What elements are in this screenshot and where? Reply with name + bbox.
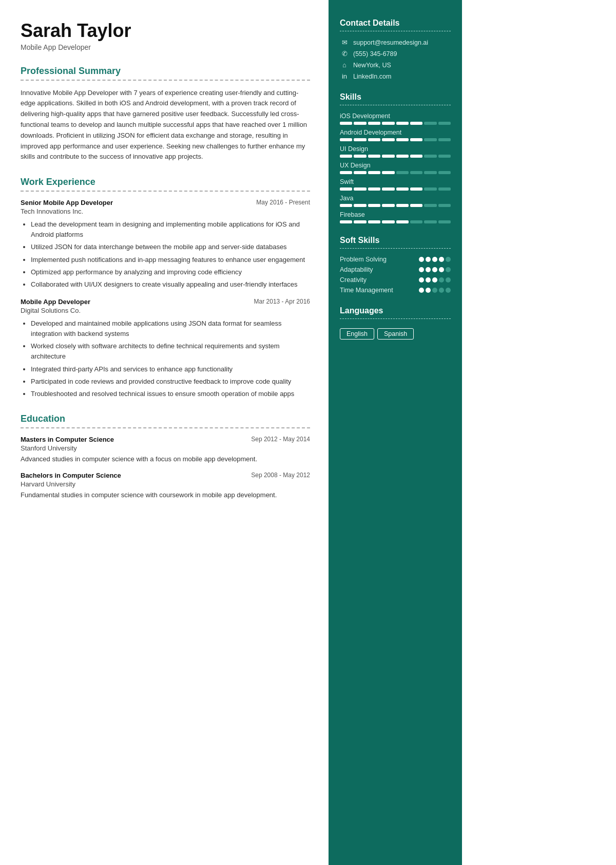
list-item: Integrated third-party APIs and services… <box>31 364 310 374</box>
skill-item: iOS Development <box>340 112 451 125</box>
person-title: Mobile App Developer <box>21 43 310 51</box>
job-bullets: Lead the development team in designing a… <box>21 219 310 290</box>
skill-item: Java <box>340 195 451 207</box>
skill-bar-segment <box>368 155 380 158</box>
skill-bar <box>340 187 451 191</box>
skill-bar-segment <box>396 220 409 223</box>
skill-name: Swift <box>340 178 451 185</box>
languages-container: EnglishSpanish <box>340 326 451 340</box>
contact-text: support@resumedesign.ai <box>353 39 428 46</box>
contact-text: LinkedIn.com <box>353 73 391 80</box>
soft-skill-dot <box>419 277 424 283</box>
soft-skill-dot <box>419 267 424 272</box>
skill-bar-segment <box>424 220 436 223</box>
job-item: Senior Mobile App Developer May 2016 - P… <box>21 199 310 290</box>
skills-divider <box>340 105 451 105</box>
languages-section: Languages EnglishSpanish <box>340 306 451 340</box>
contact-text: NewYork, US <box>353 62 391 69</box>
skill-name: Firebase <box>340 211 451 218</box>
edu-item: Bachelors in Computer Science Sep 2008 -… <box>21 472 310 500</box>
summary-heading: Professional Summary <box>21 66 310 77</box>
soft-skill-item: Creativity <box>340 276 451 284</box>
language-badge: English <box>340 328 374 340</box>
skill-bar-segment <box>340 204 352 207</box>
job-title-text: Senior Mobile App Developer <box>21 199 113 206</box>
skill-bar-segment <box>410 155 422 158</box>
skill-bar-segment <box>340 122 352 125</box>
skill-bar-segment <box>438 122 451 125</box>
edu-date: Sep 2012 - May 2014 <box>251 436 310 443</box>
skill-bar-segment <box>382 187 394 191</box>
dots-container <box>419 257 451 262</box>
skill-bar-segment <box>438 187 451 191</box>
soft-skill-dot <box>419 257 424 262</box>
contact-icon: ✉ <box>340 39 349 46</box>
skill-bar-segment <box>438 155 451 158</box>
skill-bar-segment <box>410 220 422 223</box>
dots-container <box>419 288 451 293</box>
skill-bar-segment <box>368 187 380 191</box>
job-company: Digital Solutions Co. <box>21 307 310 314</box>
education-heading: Education <box>21 413 310 424</box>
edu-desc: Fundamental studies in computer science … <box>21 490 310 500</box>
contact-icon: in <box>340 72 349 80</box>
contact-item: ⌂ NewYork, US <box>340 61 451 69</box>
skill-bar-segment <box>396 155 409 158</box>
right-column: Contact Details ✉ support@resumedesign.a… <box>329 0 462 865</box>
job-item: Mobile App Developer Mar 2013 - Apr 2016… <box>21 298 310 399</box>
list-item: Worked closely with software architects … <box>31 341 310 362</box>
skill-bar-segment <box>354 220 366 223</box>
edu-container: Masters in Computer Science Sep 2012 - M… <box>21 436 310 500</box>
list-item: Collaborated with UI/UX designers to cre… <box>31 279 310 290</box>
soft-skill-dot <box>439 288 444 293</box>
skill-bar <box>340 171 451 174</box>
skill-bar-segment <box>354 155 366 158</box>
soft-skill-dot <box>419 288 424 293</box>
skill-bar <box>340 138 451 141</box>
skill-bar-segment <box>382 138 394 141</box>
person-name: Sarah Taylor <box>21 21 310 41</box>
job-date: May 2016 - Present <box>256 199 310 206</box>
dots-container <box>419 267 451 272</box>
soft-skill-dot <box>432 277 437 283</box>
skill-bar-segment <box>340 220 352 223</box>
edu-school: Harvard University <box>21 480 310 488</box>
skill-bar-segment <box>424 138 436 141</box>
skill-name: Android Development <box>340 129 451 136</box>
resume-container: Sarah Taylor Mobile App Developer Profes… <box>0 0 462 865</box>
skill-bar-segment <box>438 220 451 223</box>
skill-item: UX Design <box>340 162 451 174</box>
skill-bar-segment <box>354 204 366 207</box>
soft-skill-dot <box>426 277 431 283</box>
skill-bar-segment <box>424 204 436 207</box>
summary-divider <box>21 80 310 81</box>
soft-skill-dot <box>446 257 451 262</box>
skill-bar-segment <box>354 187 366 191</box>
soft-skill-dot <box>426 267 431 272</box>
skill-bar-segment <box>340 171 352 174</box>
list-item: Troubleshooted and resolved technical is… <box>31 389 310 399</box>
skill-item: UI Design <box>340 145 451 158</box>
skill-bar-segment <box>340 187 352 191</box>
dots-container <box>419 277 451 283</box>
skill-bar-segment <box>382 122 394 125</box>
left-column: Sarah Taylor Mobile App Developer Profes… <box>0 0 329 865</box>
skill-bar-segment <box>396 138 409 141</box>
name-section: Sarah Taylor Mobile App Developer <box>21 21 310 51</box>
skill-bar-segment <box>368 171 380 174</box>
summary-section: Professional Summary Innovative Mobile A… <box>21 66 310 163</box>
skill-bar <box>340 204 451 207</box>
skill-bar-segment <box>368 122 380 125</box>
job-title-text: Mobile App Developer <box>21 298 90 306</box>
soft-skill-item: Adaptability <box>340 266 451 273</box>
skill-name: Java <box>340 195 451 202</box>
soft-skill-item: Problem Solving <box>340 256 451 263</box>
skill-bar-segment <box>410 138 422 141</box>
skill-item: Android Development <box>340 129 451 141</box>
soft-skill-dot <box>426 288 431 293</box>
soft-skills-heading: Soft Skills <box>340 236 451 245</box>
list-item: Utilized JSON for data interchange betwe… <box>31 242 310 252</box>
skill-bar-segment <box>410 187 422 191</box>
skill-bar-segment <box>438 171 451 174</box>
edu-date: Sep 2008 - May 2012 <box>251 472 310 479</box>
